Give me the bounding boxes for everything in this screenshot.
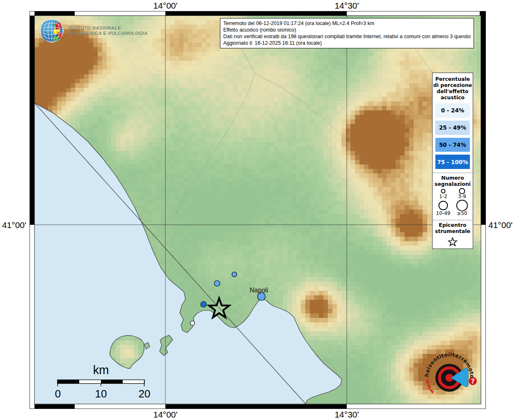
event-info-line1: Terremoto del 06-12-2019 01:17:24 (ora l… — [223, 20, 471, 27]
legend-epicenter-title: Epicentro strumentale — [435, 222, 470, 234]
ingv-wordmark: ISTITUTO NAZIONALE DI GEOFISICA E VULCAN… — [69, 25, 148, 37]
legend-divider-2 — [433, 220, 472, 220]
report-marker — [201, 301, 206, 307]
legend-signal-sizes: 1-2 3-9 10-49 ≥50 — [434, 188, 472, 216]
report-marker — [232, 272, 237, 277]
ingv-globe-icon — [39, 18, 65, 43]
scale-tick-20: 20 — [139, 388, 151, 400]
signal-size-1-2-icon — [437, 188, 449, 194]
axis-label-right-41-00: 41°00' — [488, 220, 513, 230]
scale-tick-0: 0 — [55, 388, 61, 400]
axis-label-top-14-30: 14°30' — [334, 1, 359, 10]
scale-tick-10: 10 — [95, 388, 107, 400]
report-marker — [258, 293, 266, 301]
axis-label-top-14-00: 14°00' — [153, 1, 177, 10]
event-info-line3: Dati non verificati estratti da 198 ques… — [223, 33, 471, 40]
legend-divider-1 — [433, 173, 472, 173]
signal-size-50-icon — [455, 199, 469, 211]
legend-class-75-100: 75 - 100% — [435, 155, 470, 169]
axis-label-left-41-00: 41°00' — [2, 220, 26, 230]
question-mark: ? — [471, 378, 475, 385]
legend-class-50-74: 50 - 74% — [435, 138, 470, 152]
legend-class-0-24: 0 - 24% — [435, 103, 470, 118]
report-marker — [190, 321, 195, 326]
legend: Percentuale di percezione dell'effetto a… — [432, 73, 473, 249]
event-info-line2: Effetto acustico (rombo sismico) — [223, 27, 471, 33]
axis-label-bottom-14-30: 14°30' — [334, 410, 359, 419]
legend-class-25-49: 25 - 49% — [435, 121, 470, 135]
legend-title: Percentuale di percezione dell'effetto a… — [433, 76, 472, 100]
legend-signals-title: Numero segnalazioni — [435, 175, 471, 187]
ingv-logo: ISTITUTO NAZIONALE DI GEOFISICA E VULCAN… — [39, 18, 148, 43]
city-label-napoli: Napoli — [249, 287, 268, 294]
report-marker — [214, 281, 220, 286]
event-info-line4: Aggiornato il: 16-12-2025 16:11 (ora loc… — [223, 40, 471, 46]
axis-label-bottom-14-00: 14°00' — [153, 410, 177, 419]
macroseismic-map-page: Napoli km 0 10 20 ? www.haisentit — [0, 0, 515, 420]
signal-size-10-49-icon — [436, 199, 450, 211]
event-info-box: Terremoto del 06-12-2019 01:17:24 (ora l… — [220, 18, 474, 48]
scale-unit-label: km — [93, 363, 109, 377]
epicenter-star-icon — [446, 236, 459, 249]
signal-size-3-9-icon — [456, 188, 468, 194]
